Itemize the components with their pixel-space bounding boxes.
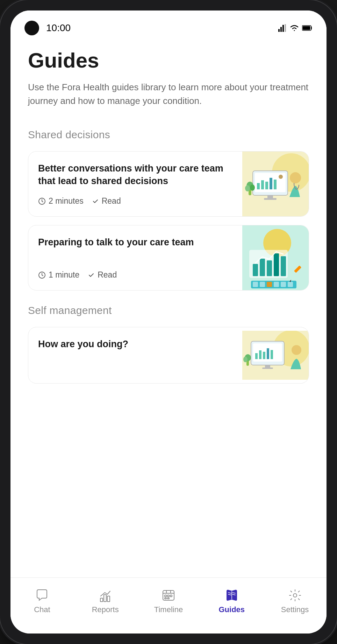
check-icon-1 [92,198,99,205]
svg-rect-58 [104,595,106,602]
phone-screen: 10:00 [10,10,327,634]
nav-item-reports[interactable]: Reports [74,585,137,614]
guide-card-3-content: How are you doing? [28,327,242,383]
nav-item-settings[interactable]: Settings [263,585,327,614]
nav-item-guides[interactable]: Guides [200,585,263,614]
svg-rect-14 [270,178,272,189]
svg-rect-29 [260,259,265,276]
wifi-icon [289,24,299,32]
guide-card-3-image [242,327,309,383]
page-title: Guides [28,49,309,72]
svg-rect-49 [267,348,269,359]
guide-card-2-meta: 1 minute Read [38,270,232,280]
status-meta-1: Read [92,196,121,206]
shared-decisions-section: Shared decisions Better conversations wi… [28,129,309,290]
svg-rect-31 [274,253,279,276]
guide-card-1[interactable]: Better conversations with your care team… [28,151,309,217]
svg-rect-13 [265,182,268,189]
status-text-1: Read [102,196,121,206]
guides-icon [225,588,239,602]
clock-icon-1 [38,197,46,205]
settings-icon [288,588,302,602]
svg-rect-11 [257,183,260,189]
clock-icon-2 [38,271,46,279]
svg-point-66 [293,594,297,597]
svg-point-53 [292,345,301,355]
svg-marker-0 [278,29,280,32]
svg-rect-18 [264,198,277,200]
svg-rect-38 [281,282,286,287]
svg-rect-36 [267,282,272,287]
svg-rect-46 [255,353,258,359]
svg-rect-51 [265,365,270,368]
svg-rect-57 [100,598,103,602]
guide-card-1-title: Better conversations with your care team… [38,162,232,188]
svg-rect-17 [267,195,273,198]
svg-point-23 [250,184,255,191]
svg-rect-52 [262,368,273,369]
bottom-nav: Chat Reports [10,578,327,634]
self-management-section: Self management How are you doing? [28,304,309,384]
guide-card-2-title: Preparing to talk to your care team [38,236,232,248]
camera-icon [24,21,39,35]
page-subtitle: Use the Fora Health guides library to le… [28,80,309,108]
section-title-shared-decisions: Shared decisions [28,129,309,141]
svg-point-22 [245,185,250,191]
signal-bars-icon [278,24,287,32]
guide-card-3[interactable]: How are you doing? [28,327,309,384]
svg-marker-3 [285,24,286,32]
check-icon-2 [88,272,95,279]
svg-point-19 [290,172,301,183]
guide-card-2-image [242,225,309,290]
svg-rect-62 [167,595,169,597]
battery-icon [302,25,313,31]
status-time: 10:00 [46,22,71,34]
chat-icon [35,588,49,602]
svg-rect-50 [271,350,273,359]
nav-item-timeline[interactable]: Timeline [137,585,200,614]
duration-meta-1: 2 minutes [38,196,84,206]
svg-point-16 [279,175,283,179]
svg-rect-61 [165,595,166,597]
guide-card-3-title: How are you doing? [38,338,232,350]
svg-rect-35 [260,282,265,287]
svg-rect-47 [259,350,261,359]
svg-rect-12 [261,180,264,189]
guide-card-1-meta: 2 minutes Read [38,196,232,206]
guide-card-2[interactable]: Preparing to talk to your care team 1 mi… [28,225,309,290]
svg-rect-5 [303,26,310,30]
svg-rect-30 [267,260,272,276]
svg-marker-1 [280,27,282,32]
svg-rect-39 [288,282,293,287]
scroll-content: Guides Use the Fora Health guides librar… [10,38,327,578]
nav-label-chat: Chat [34,605,50,614]
guide-card-2-content: Preparing to talk to your care team 1 mi… [28,225,242,290]
svg-rect-28 [253,264,258,276]
svg-rect-34 [253,282,258,287]
timeline-icon [162,588,175,602]
guide-card-1-content: Better conversations with your care team… [28,152,242,216]
svg-marker-2 [282,25,284,32]
svg-rect-64 [165,598,166,599]
nav-label-reports: Reports [92,605,119,614]
section-title-self-management: Self management [28,304,309,316]
status-text-2: Read [98,270,117,280]
nav-item-chat[interactable]: Chat [10,585,74,614]
svg-rect-15 [274,180,277,189]
status-bar: 10:00 [10,10,327,38]
guide-card-1-image [242,152,309,216]
status-icons [278,24,313,32]
duration-meta-2: 1 minute [38,270,79,280]
nav-label-guides: Guides [219,605,245,614]
svg-rect-37 [274,282,279,287]
svg-rect-32 [281,256,286,276]
svg-rect-65 [167,598,169,599]
svg-point-56 [243,357,248,362]
svg-rect-48 [263,352,265,359]
duration-text-2: 1 minute [49,270,79,280]
duration-text-1: 2 minutes [49,196,84,206]
svg-rect-59 [107,596,110,602]
nav-label-settings: Settings [281,605,309,614]
status-meta-2: Read [88,270,117,280]
phone-frame: 10:00 [0,0,337,644]
